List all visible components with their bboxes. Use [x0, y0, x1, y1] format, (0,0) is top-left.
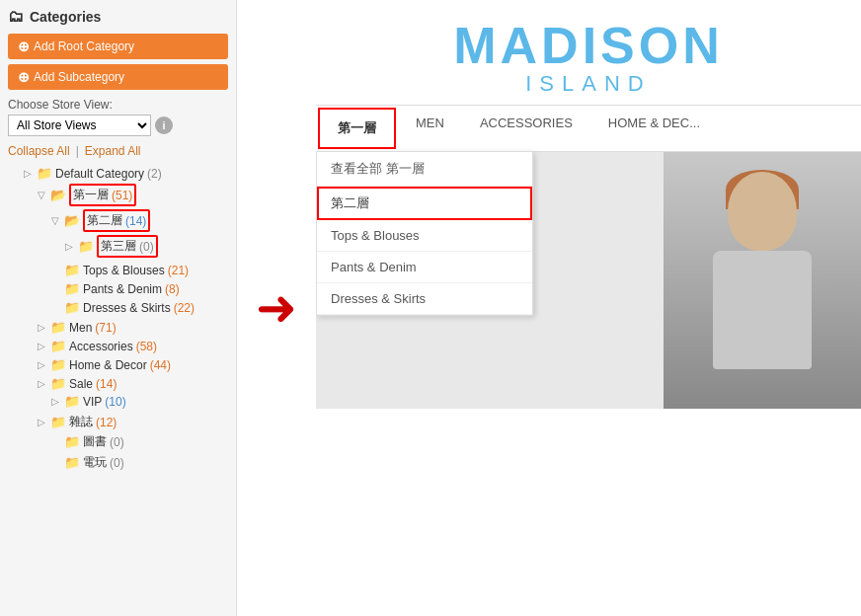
- nav-item-home[interactable]: HOME & DEC...: [590, 106, 718, 151]
- tree-item-vip[interactable]: ▷ 📁 VIP (10): [49, 393, 228, 410]
- plus-icon: ⊕: [18, 38, 30, 54]
- list-item: ▷ 📁 第三層 (0): [63, 233, 228, 260]
- folder-icon: 📁: [50, 339, 66, 353]
- collapse-expand: Collapse All | Expand All: [8, 144, 228, 158]
- plus-icon-2: ⊕: [18, 69, 30, 85]
- tree-item-books[interactable]: 📁 圖書 (0): [49, 432, 228, 451]
- nav-bar: 第一層 MEN ACCESSORIES HOME & DEC... 查看全部 第…: [316, 105, 861, 152]
- folder-icon-blue: 📁: [64, 394, 80, 409]
- expand-icon: ▷: [65, 241, 75, 252]
- sidebar-title: Categories: [30, 9, 101, 25]
- list-item: ▷ 📁 Men (71): [36, 318, 228, 337]
- expand-icon: ▷: [38, 341, 47, 351]
- expand-icon: ▷: [38, 378, 47, 389]
- tree-item-tops[interactable]: 📁 Tops & Blouses (21): [49, 262, 228, 278]
- dropdown-panel: 查看全部 第一層 第二層 Tops & Blouses Pants & Deni…: [316, 151, 533, 316]
- folder-icon: 📁: [64, 300, 80, 315]
- highlight-second-level: 第二層 (14): [83, 209, 150, 232]
- list-item: ▷ 📁 Sale (14) ▷ 📁 VIP (10): [36, 374, 228, 412]
- list-item: ▷ 📁 Accessories (58): [36, 337, 228, 355]
- dropdown-dresses[interactable]: Dresses & Skirts: [317, 283, 532, 315]
- brand-madison: MADISON: [346, 20, 831, 71]
- hero-person: [664, 152, 861, 409]
- folder-icon: 📁: [64, 434, 80, 449]
- list-item: 📁 Tops & Blouses (21): [49, 261, 228, 279]
- list-item: ▷ 📁 Home & Decor (44): [36, 355, 228, 374]
- list-item: 📁 電玩 (0): [49, 452, 228, 473]
- list-item: ▷ 📁 VIP (10): [49, 392, 228, 411]
- info-icon[interactable]: i: [155, 116, 173, 134]
- tree-item-first-level[interactable]: ▽ 📂 第一層 (51): [36, 183, 228, 207]
- dropdown-see-all[interactable]: 查看全部 第一層: [317, 152, 532, 187]
- tree-item-third-level[interactable]: ▷ 📁 第三層 (0): [63, 234, 228, 259]
- list-item: ▷ 📁 Default Category (2) ▽ 📂 第一層 (51): [22, 164, 228, 475]
- list-item: 📁 Dresses & Skirts (22): [49, 298, 228, 317]
- nav-item-men[interactable]: MEN: [398, 106, 462, 151]
- expand-icon: [51, 436, 61, 447]
- folder-icon: 📁: [64, 455, 80, 470]
- dropdown-second-level[interactable]: 第二層: [317, 187, 532, 220]
- arrow-icon: ➜: [256, 283, 297, 333]
- expand-icon: [51, 265, 61, 275]
- store-header: MADISON ISLAND: [316, 0, 861, 97]
- add-root-category-button[interactable]: ⊕ Add Root Category: [8, 34, 228, 59]
- folder-icon: 📁: [50, 376, 66, 391]
- sidebar-header: 🗂 Categories: [8, 8, 228, 26]
- folder-icon: 📂: [50, 188, 66, 202]
- tree-item-games[interactable]: 📁 電玩 (0): [49, 453, 228, 472]
- person-head: [728, 172, 797, 251]
- folder-icon-blue2: 📁: [78, 239, 94, 254]
- expand-icon: ▷: [38, 417, 47, 427]
- tree-item-second-level[interactable]: ▽ 📂 第二層 (14): [49, 208, 228, 233]
- expand-icon: ▷: [38, 322, 47, 333]
- list-item: 📁 Pants & Denim (8): [49, 279, 228, 298]
- expand-icon: ▷: [51, 396, 61, 407]
- arrow-section: ➜: [237, 0, 316, 616]
- brand-island: ISLAND: [346, 71, 831, 97]
- sidebar: 🗂 Categories ⊕ Add Root Category ⊕ Add S…: [0, 0, 237, 616]
- expand-icon: [51, 302, 61, 313]
- store-view-select[interactable]: All Store Views: [8, 115, 151, 136]
- folder-icon-blue: 📂: [64, 213, 80, 228]
- expand-all-link[interactable]: Expand All: [85, 144, 141, 158]
- highlight-first-level: 第一層 (51): [69, 184, 136, 206]
- list-item: ▽ 📂 第一層 (51) ▽: [36, 182, 228, 318]
- dropdown-pants[interactable]: Pants & Denim: [317, 252, 532, 283]
- folder-icon: 📁: [64, 281, 80, 296]
- tree-item-home[interactable]: ▷ 📁 Home & Decor (44): [36, 356, 228, 373]
- expand-icon: [51, 283, 61, 294]
- tree-item-pants[interactable]: 📁 Pants & Denim (8): [49, 280, 228, 297]
- folder-icon: 📁: [50, 415, 66, 429]
- expand-icon: ▽: [38, 190, 47, 200]
- list-item: ▽ 📂 第二層 (14): [49, 207, 228, 261]
- expand-icon: [51, 457, 61, 468]
- dropdown-tops[interactable]: Tops & Blouses: [317, 220, 532, 252]
- tree-item-default[interactable]: ▷ 📁 Default Category (2): [22, 165, 228, 182]
- main-panel: MADISON ISLAND 第一層 MEN ACCESSORIES HOME …: [316, 0, 861, 616]
- tree-item-sale[interactable]: ▷ 📁 Sale (14): [36, 375, 228, 392]
- tree-item-magazine[interactable]: ▷ 📁 雜誌 (12): [36, 413, 228, 431]
- expand-icon: ▽: [51, 215, 61, 226]
- folder-icon: 📁: [50, 320, 66, 335]
- collapse-all-link[interactable]: Collapse All: [8, 144, 70, 158]
- expand-icon: ▷: [24, 168, 34, 179]
- add-subcategory-button[interactable]: ⊕ Add Subcategory: [8, 64, 228, 90]
- folder-icon: 📁: [37, 166, 52, 181]
- categories-icon: 🗂: [8, 8, 24, 26]
- list-item: 📁 圖書 (0): [49, 431, 228, 452]
- highlight-third-level: 第三層 (0): [97, 235, 158, 258]
- tree-item-accessories[interactable]: ▷ 📁 Accessories (58): [36, 338, 228, 354]
- tree-item-men[interactable]: ▷ 📁 Men (71): [36, 319, 228, 336]
- store-view-section: Choose Store View: All Store Views i: [8, 98, 228, 136]
- category-tree: ▷ 📁 Default Category (2) ▽ 📂 第一層 (51): [8, 164, 228, 475]
- tree-item-dresses[interactable]: 📁 Dresses & Skirts (22): [49, 299, 228, 316]
- nav-item-accessories[interactable]: ACCESSORIES: [462, 106, 590, 151]
- store-view-label: Choose Store View:: [8, 98, 228, 112]
- list-item: ▷ 📁 雜誌 (12) 📁 圖書 (0): [36, 412, 228, 474]
- folder-icon: 📁: [50, 357, 66, 372]
- nav-item-first-level[interactable]: 第一層: [318, 108, 396, 149]
- folder-icon: 📁: [64, 263, 80, 277]
- person-body: [713, 251, 812, 369]
- expand-icon: ▷: [38, 359, 47, 370]
